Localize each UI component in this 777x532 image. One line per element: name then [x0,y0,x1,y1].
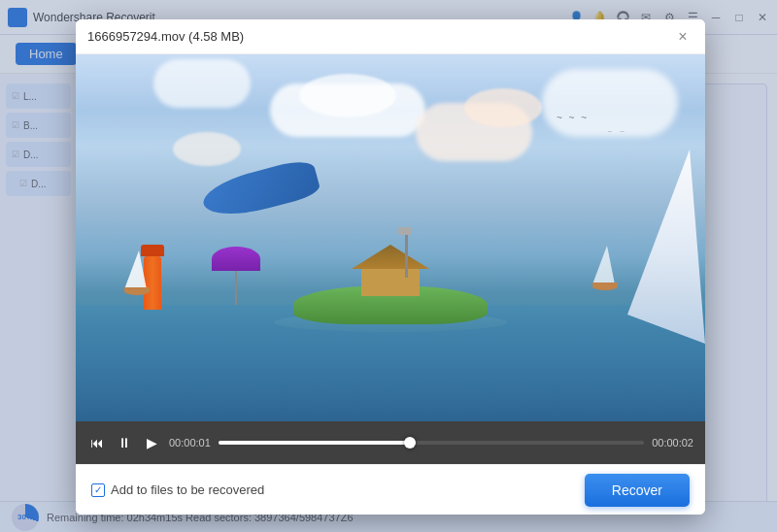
modal-close-button[interactable]: × [672,26,693,48]
add-to-recovery-area: Add to files to be recovered [91,482,573,497]
video-progress-thumb[interactable] [404,437,416,449]
lamp-head [398,227,412,235]
sailboat-sail-left [124,250,147,289]
whale-decoration [202,171,319,219]
birds-decoration-2: ~ ~ [607,127,627,136]
preview-modal: 1666957294.mov (4.58 MB) × ~ ~ ~ ~ ~ [76,19,705,515]
hut [352,245,429,293]
large-sail [627,150,705,344]
sailboat-right [592,246,618,290]
cloud-7 [173,132,241,166]
hut-body [361,269,420,296]
pause-icon[interactable]: ⏸ [115,433,134,452]
recover-button[interactable]: Recover [585,474,690,507]
sailboat-left [124,250,150,295]
large-sail-canvas [627,150,705,344]
umbrella-pole [235,271,237,305]
video-progress-bar[interactable] [219,441,644,445]
birds-decoration: ~ ~ ~ [557,113,589,123]
total-time-label: 00:00:02 [652,437,693,449]
cloud-2 [299,74,396,117]
add-to-recovery-label: Add to files to be recovered [111,482,264,497]
video-controls-bar: ⏮ ⏸ ▶ 00:00:01 00:00:02 [76,421,705,464]
cloud-4 [464,88,542,127]
add-to-recovery-checkbox[interactable] [91,483,105,497]
play-icon[interactable]: ▶ [142,433,161,452]
umbrella [212,247,260,305]
lamp-post [405,234,408,278]
sailboat-hull-right [592,283,618,290]
island [284,247,497,324]
hut-roof [352,245,429,269]
rewind-icon[interactable]: ⏮ [87,433,107,452]
sailboat-hull-left [124,287,150,295]
modal-footer: Add to files to be recovered Recover [76,464,705,515]
cloud-6 [153,59,251,108]
video-preview-area: ~ ~ ~ ~ ~ [76,54,705,421]
umbrella-top [212,247,260,271]
modal-title: 1666957294.mov (4.58 MB) [87,29,672,44]
sailboat-sail-right [592,246,615,284]
modal-title-bar: 1666957294.mov (4.58 MB) × [76,19,705,54]
current-time-label: 00:00:01 [169,437,211,449]
whale-body [199,156,321,224]
video-progress-fill [219,441,410,445]
